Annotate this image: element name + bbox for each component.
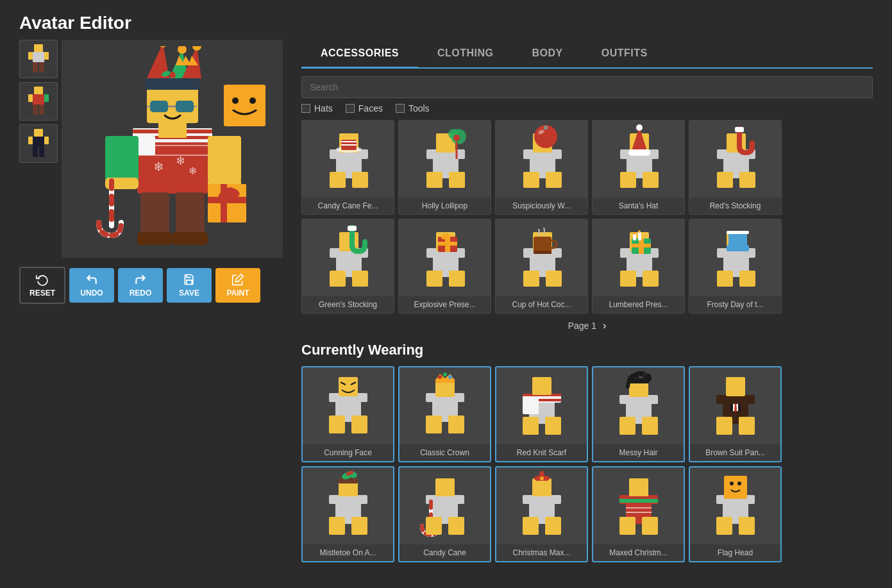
item-suspiciously-w-label: Suspiciously W... xyxy=(496,197,587,214)
svg-rect-5 xyxy=(39,62,44,72)
page-title: Avatar Editor xyxy=(0,0,892,40)
svg-rect-172 xyxy=(523,396,539,414)
svg-rect-222 xyxy=(619,499,658,503)
paint-button[interactable]: PAINT xyxy=(215,268,260,303)
svg-rect-107 xyxy=(717,172,733,188)
redo-button[interactable]: REDO xyxy=(118,268,163,303)
svg-rect-199 xyxy=(329,517,345,535)
svg-rect-56 xyxy=(150,101,168,112)
wearing-red-knit-scarf[interactable]: Red Knit Scarf xyxy=(495,366,588,462)
svg-rect-232 xyxy=(739,517,755,535)
svg-text:❄: ❄ xyxy=(189,165,197,176)
item-holly-lollipop[interactable]: Holly Lollipop xyxy=(398,120,491,215)
wearing-messy-hair[interactable]: Messy Hair xyxy=(592,366,685,462)
item-frosty-label: Frosty Day of t... xyxy=(689,296,781,313)
svg-rect-225 xyxy=(642,517,658,535)
svg-rect-173 xyxy=(532,377,551,395)
wearing-cunning-face[interactable]: Cunning Face xyxy=(301,366,394,462)
svg-rect-206 xyxy=(426,517,442,535)
svg-point-230 xyxy=(737,482,741,485)
svg-rect-4 xyxy=(33,62,38,72)
svg-rect-99 xyxy=(628,149,650,156)
item-santas-hat[interactable]: Santa's Hat xyxy=(592,120,685,215)
wearing-candy-cane[interactable]: Candy Cane xyxy=(398,466,491,562)
svg-rect-192 xyxy=(329,495,367,504)
item-santas-hat-label: Santa's Hat xyxy=(593,197,684,214)
reset-button[interactable]: RESET xyxy=(19,267,65,304)
svg-rect-224 xyxy=(619,517,635,535)
svg-rect-188 xyxy=(726,377,745,396)
item-lumbered-present[interactable]: Lumbered Pres... xyxy=(592,219,685,314)
wearing-cunning-label: Cunning Face xyxy=(303,444,393,461)
filter-hats[interactable]: Hats xyxy=(301,103,333,113)
svg-rect-112 xyxy=(348,226,357,231)
wearing-maxed-christmas[interactable]: Maxed Christm... xyxy=(592,466,685,562)
filter-faces[interactable]: Faces xyxy=(346,103,383,113)
tab-clothing[interactable]: CLOTHING xyxy=(418,40,513,67)
item-reds-stocking[interactable]: Red's Stocking xyxy=(689,120,782,215)
item-greens-stocking[interactable]: Green's Stocking xyxy=(301,219,394,314)
svg-point-164 xyxy=(443,373,447,376)
wearing-mistletoe-label: Mistletoe On A... xyxy=(303,544,393,561)
item-cup-hot-coco[interactable]: Cup of Hot Coc... xyxy=(495,219,588,314)
wearing-brown-suit[interactable]: Brown Suit Pan... xyxy=(689,366,782,462)
tabs: ACCESSORIES CLOTHING BODY OUTFITS xyxy=(301,40,873,69)
search-input[interactable] xyxy=(301,76,873,98)
svg-rect-150 xyxy=(739,271,755,287)
svg-rect-149 xyxy=(717,271,733,287)
wearing-classic-crown[interactable]: Classic Crown xyxy=(398,366,491,462)
filter-tools[interactable]: Tools xyxy=(396,103,430,113)
item-lumbered-label: Lumbered Pres... xyxy=(593,296,684,313)
svg-rect-57 xyxy=(176,101,194,112)
svg-rect-1 xyxy=(33,52,44,62)
wearing-flag-head-label: Flag Head xyxy=(690,544,780,561)
svg-rect-16 xyxy=(33,147,38,157)
item-frosty-day[interactable]: Frosty Day of t... xyxy=(689,219,782,314)
avatar-thumbnail-1[interactable] xyxy=(19,40,58,78)
tab-outfits[interactable]: OUTFITS xyxy=(582,40,667,67)
item-explosive-present[interactable]: Explosive Prese... xyxy=(398,219,491,314)
save-button[interactable]: SAVE xyxy=(167,268,212,303)
tab-accessories[interactable]: ACCESSORIES xyxy=(301,40,418,69)
svg-point-139 xyxy=(633,232,635,235)
wearing-candy-cane-label: Candy Cane xyxy=(400,544,490,561)
tab-body[interactable]: BODY xyxy=(513,40,582,67)
svg-rect-30 xyxy=(208,136,241,181)
wearing-mistletoe[interactable]: Mistletoe On A... xyxy=(301,466,394,562)
svg-rect-6 xyxy=(34,87,43,94)
svg-rect-75 xyxy=(330,172,346,188)
wearing-christmas-max[interactable]: Christmas Max... xyxy=(495,466,588,562)
svg-rect-210 xyxy=(532,478,551,496)
tools-checkbox[interactable] xyxy=(396,104,405,113)
svg-rect-101 xyxy=(620,172,636,188)
svg-rect-114 xyxy=(352,271,368,287)
svg-rect-162 xyxy=(435,379,455,383)
item-candy-cane-fedora[interactable]: Candy Cane Fe... xyxy=(301,120,394,215)
svg-rect-41 xyxy=(176,192,205,237)
item-cup-label: Cup of Hot Coc... xyxy=(496,296,587,313)
svg-rect-7 xyxy=(33,94,44,105)
svg-rect-13 xyxy=(33,137,44,147)
avatar-thumbnail-3[interactable] xyxy=(19,124,58,163)
svg-rect-142 xyxy=(643,271,659,287)
svg-rect-136 xyxy=(639,239,644,254)
svg-rect-231 xyxy=(716,517,732,535)
svg-rect-153 xyxy=(339,377,358,396)
svg-rect-2 xyxy=(28,52,33,60)
item-suspiciously-w[interactable]: Suspiciously W... xyxy=(495,120,588,215)
svg-rect-108 xyxy=(739,172,755,188)
undo-button[interactable]: UNDO xyxy=(69,268,114,303)
svg-rect-128 xyxy=(534,251,551,254)
svg-rect-200 xyxy=(351,517,367,535)
next-page-arrow[interactable]: › xyxy=(603,320,606,332)
right-panel: ACCESSORIES CLOTHING BODY OUTFITS Hats F… xyxy=(301,40,873,562)
item-holly-lollipop-label: Holly Lollipop xyxy=(399,197,491,214)
hats-checkbox[interactable] xyxy=(301,104,310,113)
svg-rect-76 xyxy=(352,172,368,188)
faces-checkbox[interactable] xyxy=(346,104,355,113)
wearing-flag-head[interactable]: Flag Head xyxy=(689,466,782,562)
page-label: Page 1 xyxy=(568,321,596,331)
avatar-thumbnail-2[interactable] xyxy=(19,82,58,121)
pagination: Page 1 › xyxy=(301,320,873,332)
svg-rect-12 xyxy=(34,129,43,137)
